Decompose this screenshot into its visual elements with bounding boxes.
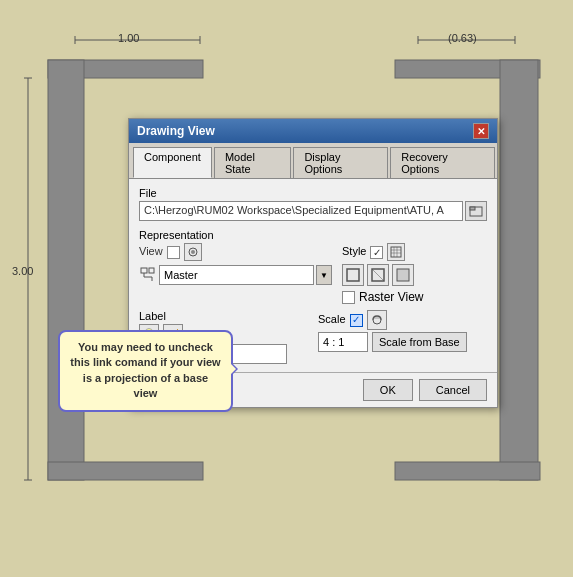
style-checkbox[interactable]: ✓ bbox=[370, 246, 383, 259]
representation-label: Representation bbox=[139, 229, 487, 241]
tab-display-options[interactable]: Display Options bbox=[293, 147, 388, 178]
ok-button[interactable]: OK bbox=[363, 379, 413, 401]
cancel-button[interactable]: Cancel bbox=[419, 379, 487, 401]
file-label: File bbox=[139, 187, 487, 199]
col-left: View bbox=[139, 243, 332, 310]
style-icon-hatching[interactable] bbox=[387, 243, 405, 261]
dialog-title-bar: Drawing View ✕ bbox=[129, 119, 497, 143]
svg-rect-3 bbox=[48, 462, 203, 480]
style-icon-2[interactable] bbox=[367, 264, 389, 286]
label-field-label: Label bbox=[139, 310, 308, 322]
view-label-row: View bbox=[139, 243, 332, 261]
view-select-display[interactable]: Master bbox=[159, 265, 314, 285]
scale-link-checkbox[interactable] bbox=[350, 314, 363, 327]
scale-link-icon[interactable] bbox=[367, 310, 387, 330]
file-path-display: C:\Herzog\RUM02 Workspace\Specialized Eq… bbox=[139, 201, 463, 221]
view-sublabel: View bbox=[139, 245, 163, 257]
view-checkbox[interactable] bbox=[167, 246, 180, 259]
raster-checkbox[interactable] bbox=[342, 291, 355, 304]
scale-from-base-button[interactable]: Scale from Base bbox=[372, 332, 467, 352]
dim-left: 3.00 bbox=[12, 265, 33, 277]
style-icon-3[interactable] bbox=[392, 264, 414, 286]
style-icon-1[interactable] bbox=[342, 264, 364, 286]
svg-rect-33 bbox=[397, 269, 409, 281]
svg-rect-17 bbox=[470, 207, 475, 210]
svg-rect-30 bbox=[347, 269, 359, 281]
tree-icon bbox=[139, 266, 157, 284]
svg-point-19 bbox=[191, 250, 195, 254]
raster-row: Raster View bbox=[342, 290, 487, 304]
scale-label: Scale bbox=[318, 313, 346, 325]
scale-label-row: Scale bbox=[318, 310, 487, 330]
svg-rect-5 bbox=[500, 60, 538, 480]
view-options-icon[interactable] bbox=[184, 243, 202, 261]
dialog-tabs: Component Model State Display Options Re… bbox=[129, 143, 497, 179]
col-right: Style ✓ bbox=[342, 243, 487, 310]
view-dropdown-row: Master ▼ bbox=[139, 265, 332, 285]
tab-component[interactable]: Component bbox=[133, 147, 212, 178]
tab-model-state[interactable]: Model State bbox=[214, 147, 292, 178]
dim-top-right: (0.63) bbox=[448, 32, 477, 44]
dialog-title: Drawing View bbox=[137, 124, 215, 138]
svg-rect-20 bbox=[141, 268, 147, 273]
svg-rect-25 bbox=[391, 247, 401, 257]
footer-right: OK Cancel bbox=[363, 379, 487, 401]
scale-input[interactable] bbox=[318, 332, 368, 352]
svg-rect-2 bbox=[48, 60, 84, 480]
close-button[interactable]: ✕ bbox=[473, 123, 489, 139]
file-row: C:\Herzog\RUM02 Workspace\Specialized Eq… bbox=[139, 201, 487, 221]
svg-rect-21 bbox=[149, 268, 154, 273]
svg-line-32 bbox=[372, 269, 384, 281]
file-browse-button[interactable] bbox=[465, 201, 487, 221]
style-label: Style bbox=[342, 245, 366, 257]
tab-recovery-options[interactable]: Recovery Options bbox=[390, 147, 495, 178]
callout-bubble: You may need to uncheck this link comand… bbox=[58, 330, 233, 412]
view-dropdown-arrow[interactable]: ▼ bbox=[316, 265, 332, 285]
scale-row: Scale from Base bbox=[318, 332, 487, 352]
two-column-section: View bbox=[139, 243, 487, 310]
dim-top-left: 1.00 bbox=[118, 32, 139, 44]
svg-rect-6 bbox=[395, 462, 540, 480]
raster-label: Raster View bbox=[359, 290, 423, 304]
scale-section: Scale Scale from Base bbox=[318, 310, 487, 364]
